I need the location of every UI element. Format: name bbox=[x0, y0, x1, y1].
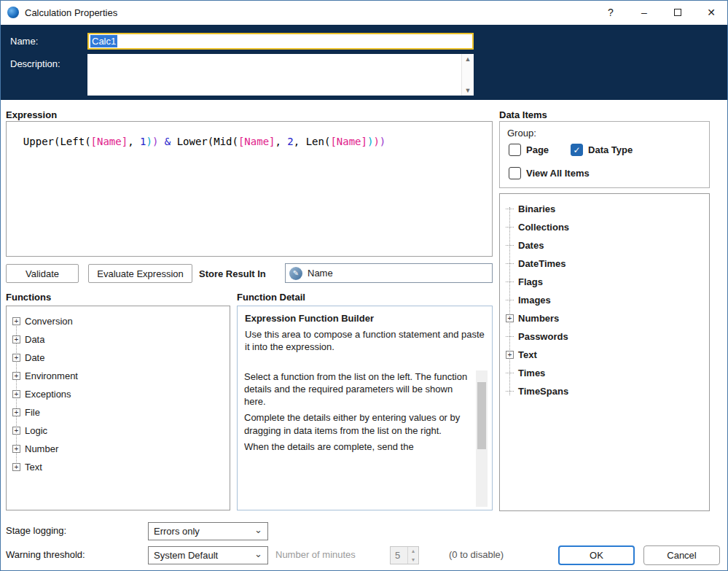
function-detail-scrollbar[interactable] bbox=[476, 370, 488, 507]
spinner-down-icon[interactable]: ▾ bbox=[408, 556, 418, 564]
checkbox-data-type[interactable]: ✓Data Type bbox=[571, 144, 633, 156]
scrollbar-thumb[interactable] bbox=[477, 382, 486, 449]
tree-item-images[interactable]: Images bbox=[500, 291, 709, 309]
description-scrollbar[interactable]: ▲ ▼ bbox=[461, 54, 474, 96]
tree-item-date[interactable]: +Date bbox=[7, 349, 230, 367]
tree-item-environment[interactable]: +Environment bbox=[7, 367, 230, 385]
expand-icon[interactable]: + bbox=[506, 351, 514, 359]
help-button[interactable]: ? bbox=[594, 0, 627, 25]
validate-button[interactable]: Validate bbox=[6, 264, 79, 283]
tree-item-label: Date bbox=[25, 352, 44, 363]
tree-connector bbox=[506, 300, 514, 300]
checkbox-unchecked-icon[interactable] bbox=[509, 167, 521, 179]
minutes-spinner[interactable]: 5 ▴ ▾ bbox=[390, 546, 419, 564]
expression-token: 2 bbox=[287, 136, 293, 147]
warning-threshold-label: Warning threshold: bbox=[6, 549, 85, 560]
expand-icon[interactable]: + bbox=[12, 408, 20, 416]
tree-connector bbox=[506, 227, 514, 228]
tree-item-logic[interactable]: +Logic bbox=[7, 422, 230, 440]
tree-item-data[interactable]: +Data bbox=[7, 330, 230, 349]
minimize-button[interactable]: – bbox=[627, 0, 661, 25]
expand-icon[interactable]: + bbox=[506, 314, 514, 322]
expand-icon[interactable]: + bbox=[12, 354, 20, 362]
maximize-button[interactable] bbox=[661, 0, 694, 25]
tree-item-flags[interactable]: Flags bbox=[500, 273, 709, 291]
checkbox-view-all-items[interactable]: View All Items bbox=[509, 167, 590, 179]
expression-editor[interactable]: Upper(Left([Name], 1)) & Lower(Mid([Name… bbox=[6, 121, 493, 257]
view-all-checkbox-row: View All Items bbox=[509, 167, 590, 179]
expand-icon[interactable]: + bbox=[12, 390, 20, 398]
function-detail-scroll-area: Select a function from the list on the l… bbox=[244, 370, 488, 507]
tree-item-label: Binaries bbox=[518, 203, 555, 214]
description-textarea[interactable]: ▲ ▼ bbox=[87, 54, 474, 96]
spinner-up-icon[interactable]: ▴ bbox=[408, 547, 418, 556]
description-label: Description: bbox=[10, 58, 60, 69]
close-button[interactable]: ✕ bbox=[694, 0, 728, 25]
tree-item-text[interactable]: +Text bbox=[500, 346, 709, 364]
tree-item-timespans[interactable]: TimeSpans bbox=[500, 382, 709, 400]
warning-threshold-value: System Default bbox=[154, 550, 218, 561]
spinner-buttons: ▴ ▾ bbox=[407, 547, 418, 564]
tree-connector bbox=[506, 336, 514, 337]
tree-item-file[interactable]: +File bbox=[7, 403, 230, 422]
tree-item-number[interactable]: +Number bbox=[7, 440, 230, 458]
tree-item-text[interactable]: +Text bbox=[7, 458, 230, 476]
stage-logging-value: Errors only bbox=[154, 526, 200, 537]
expression-token: [Name] bbox=[238, 136, 275, 147]
functions-tree: +Conversion+Data+Date+Environment+Except… bbox=[7, 312, 230, 476]
expression-token: Lower(Mid( bbox=[171, 136, 238, 147]
disable-hint-label: (0 to disable) bbox=[449, 549, 504, 560]
tree-item-collections[interactable]: Collections bbox=[500, 218, 709, 236]
chevron-down-icon: ⌄ bbox=[254, 549, 262, 559]
tree-item-passwords[interactable]: Passwords bbox=[500, 327, 709, 346]
store-result-field[interactable]: ✎ Name bbox=[285, 263, 493, 283]
function-detail-paragraph: Select a function from the list on the l… bbox=[244, 370, 471, 408]
stage-logging-dropdown[interactable]: Errors only ⌄ bbox=[148, 522, 268, 540]
expression-token: , bbox=[128, 136, 140, 147]
tree-connector bbox=[506, 209, 514, 209]
tree-item-dates[interactable]: Dates bbox=[500, 236, 709, 255]
tree-item-label: Text bbox=[25, 462, 42, 473]
tree-item-binaries[interactable]: Binaries bbox=[500, 200, 709, 218]
name-input[interactable]: Calc1 bbox=[87, 33, 474, 50]
function-detail-paragraph: When the details are complete, send the bbox=[244, 440, 471, 453]
tree-item-label: Data bbox=[25, 334, 44, 345]
data-items-section-label: Data Items bbox=[499, 109, 547, 120]
minutes-value: 5 bbox=[391, 547, 407, 564]
checkbox-unchecked-icon[interactable] bbox=[509, 144, 521, 156]
tree-item-label: Text bbox=[518, 349, 537, 360]
functions-panel: +Conversion+Data+Date+Environment+Except… bbox=[6, 306, 230, 510]
scroll-down-icon[interactable]: ▼ bbox=[462, 87, 474, 94]
tree-item-times[interactable]: Times bbox=[500, 364, 709, 382]
expand-icon[interactable]: + bbox=[12, 372, 20, 380]
tree-connector bbox=[506, 263, 514, 264]
evaluate-expression-button[interactable]: Evaluate Expression bbox=[88, 264, 192, 283]
tree-item-exceptions[interactable]: +Exceptions bbox=[7, 385, 230, 403]
tree-item-label: Number bbox=[25, 443, 58, 454]
tree-connector bbox=[506, 373, 514, 373]
expand-icon[interactable]: + bbox=[12, 427, 20, 435]
expand-icon[interactable]: + bbox=[12, 335, 20, 343]
cancel-button[interactable]: Cancel bbox=[643, 545, 720, 565]
tree-item-label: Times bbox=[518, 368, 545, 378]
checkbox-checked-icon[interactable]: ✓ bbox=[571, 144, 583, 156]
expand-icon[interactable]: + bbox=[12, 317, 20, 325]
tree-item-datetimes[interactable]: DateTimes bbox=[500, 255, 709, 273]
tree-item-label: Flags bbox=[518, 276, 543, 287]
expression-token: & bbox=[165, 136, 171, 147]
tree-item-label: Conversion bbox=[25, 316, 73, 327]
tree-item-conversion[interactable]: +Conversion bbox=[7, 312, 230, 330]
tree-item-label: Dates bbox=[518, 240, 544, 251]
expression-token: [Name] bbox=[91, 136, 128, 147]
tree-item-numbers[interactable]: +Numbers bbox=[500, 309, 709, 327]
expression-token: [Name] bbox=[330, 136, 367, 147]
store-result-value: Name bbox=[308, 268, 333, 279]
expand-icon[interactable]: + bbox=[12, 445, 20, 453]
scroll-up-icon[interactable]: ▲ bbox=[462, 55, 474, 63]
checkbox-page[interactable]: Page bbox=[509, 144, 549, 156]
checkbox-label: Page bbox=[526, 144, 549, 155]
ok-button[interactable]: OK bbox=[558, 545, 635, 565]
warning-threshold-dropdown[interactable]: System Default ⌄ bbox=[148, 546, 268, 564]
expand-icon[interactable]: + bbox=[12, 463, 20, 471]
function-detail-intro: Use this area to compose a function stat… bbox=[245, 329, 485, 354]
